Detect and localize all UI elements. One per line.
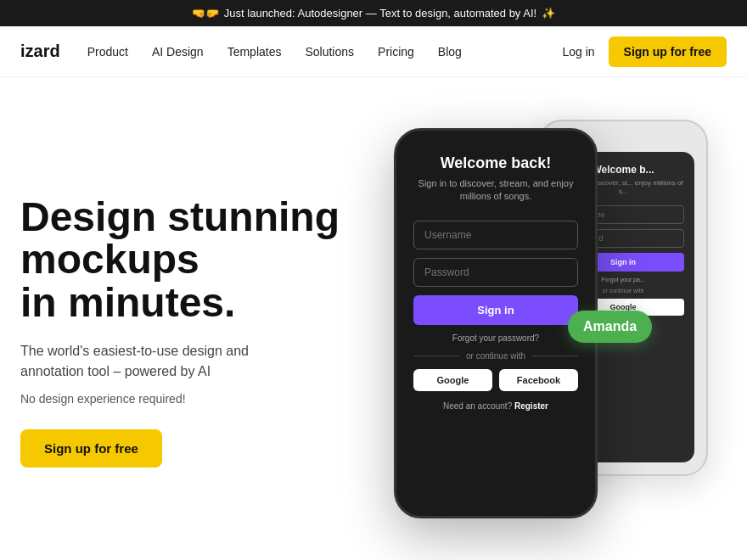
hero-headline-line3: in minutes. bbox=[20, 280, 235, 325]
phone-forgot-text: Forgot your password? bbox=[452, 333, 539, 343]
phone-subtext: Sign in to discover, stream, and enjoy m… bbox=[413, 177, 578, 204]
hero-visual: Welcome back! Sign in to discover, strea… bbox=[343, 111, 747, 552]
phone-signin-button[interactable]: Sign in bbox=[413, 295, 578, 325]
hero-note: No design experience required! bbox=[20, 392, 343, 406]
hero-cta-button[interactable]: Sign up for free bbox=[20, 429, 162, 468]
hero-section: Design stunning mockups in minutes. The … bbox=[0, 77, 747, 560]
phone-sec-forgot: Forgot your pa... bbox=[601, 277, 644, 283]
nav-blog[interactable]: Blog bbox=[438, 45, 462, 59]
phone-register-text: Need an account? Register bbox=[443, 401, 548, 411]
phone-sec-welcome: Welcome b... bbox=[592, 164, 654, 176]
phone-google-button[interactable]: Google bbox=[413, 369, 492, 391]
nav-logo[interactable]: izard bbox=[20, 42, 60, 61]
announcement-icon: ✨ bbox=[542, 7, 555, 20]
phone-sec-or: or continue with bbox=[602, 288, 643, 294]
hero-headline: Design stunning mockups in minutes. bbox=[20, 196, 343, 324]
phone-divider: or continue with bbox=[413, 351, 578, 361]
nav-links: Product AI Design Templates Solutions Pr… bbox=[87, 45, 563, 59]
nav-templates[interactable]: Templates bbox=[227, 45, 282, 59]
hero-headline-line2: mockups bbox=[20, 237, 199, 282]
nav-ai-design[interactable]: AI Design bbox=[152, 45, 204, 59]
avatar-bubble: Amanda bbox=[568, 311, 652, 343]
nav-actions: Log in Sign up for free bbox=[562, 36, 727, 67]
announcement-text: Just launched: Autodesigner — Text to de… bbox=[224, 7, 536, 20]
nav-signup-button[interactable]: Sign up for free bbox=[609, 36, 727, 67]
phone-password-input[interactable] bbox=[413, 258, 578, 287]
nav-product[interactable]: Product bbox=[87, 45, 128, 59]
navbar: izard Product AI Design Templates Soluti… bbox=[0, 26, 747, 77]
announcement-emoji: 🤜🤛 bbox=[192, 7, 219, 20]
nav-pricing[interactable]: Pricing bbox=[378, 45, 414, 59]
phone-main-mockup: Welcome back! Sign in to discover, strea… bbox=[394, 128, 598, 518]
phone-social-buttons: Google Facebook bbox=[413, 369, 578, 391]
hero-text: Design stunning mockups in minutes. The … bbox=[20, 196, 343, 468]
phone-welcome-text: Welcome back! bbox=[441, 154, 552, 172]
divider-line-right bbox=[532, 356, 578, 356]
hero-subtext: The world's easiest-to-use design and an… bbox=[20, 341, 343, 382]
announcement-bar: 🤜🤛 Just launched: Autodesigner — Text to… bbox=[0, 0, 747, 26]
divider-line-left bbox=[413, 356, 459, 356]
nav-solutions[interactable]: Solutions bbox=[305, 45, 354, 59]
hero-headline-line1: Design stunning bbox=[20, 194, 340, 239]
phone-facebook-button[interactable]: Facebook bbox=[499, 369, 578, 391]
phone-username-input[interactable] bbox=[413, 221, 578, 249]
login-button[interactable]: Log in bbox=[562, 45, 594, 59]
divider-text: or continue with bbox=[466, 351, 525, 361]
